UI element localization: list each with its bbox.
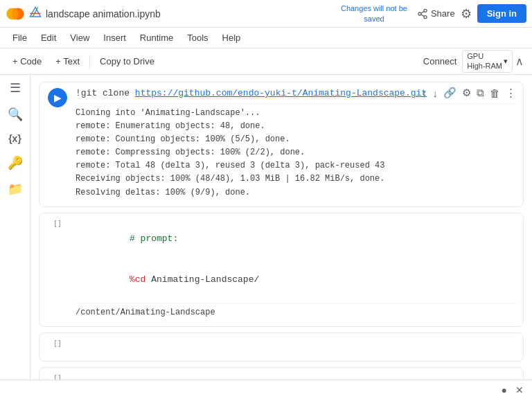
copy-cell-icon[interactable]: ⧉ — [475, 85, 486, 100]
svg-point-2 — [12, 8, 19, 19]
notebook-title: landscape animation.ipynb — [46, 8, 161, 19]
toolbar-divider — [89, 55, 90, 69]
add-code-button[interactable]: + Code — [6, 53, 48, 69]
settings-icon[interactable]: ⚙ — [461, 6, 472, 21]
menu-tools[interactable]: Tools — [180, 30, 215, 46]
top-bar: landscape animation.ipynb Changes will n… — [0, 0, 532, 28]
sidebar-secrets-icon[interactable]: 🔑 — [8, 155, 23, 170]
sidebar-files-icon[interactable]: 📁 — [8, 181, 23, 197]
cell-counter-3: [ ] — [54, 339, 60, 347]
notebook-area: ▶ !git clone https://github.com/endo-yuk… — [30, 75, 532, 380]
add-text-button[interactable]: + Text — [48, 53, 87, 69]
gpu-dropdown-icon: ▾ — [504, 57, 508, 66]
top-right-actions: Share ⚙ Sign in — [417, 4, 526, 23]
code-cell-2: [ ] # prompt: %cd Animating-Landscape/ /… — [39, 213, 524, 327]
cell-counter-2: [ ] — [54, 219, 60, 227]
run-button-1[interactable]: ▶ — [48, 88, 67, 107]
share-label: Share — [431, 8, 455, 19]
share-button[interactable]: Share — [417, 8, 455, 19]
cell-content-2: # prompt: %cd Animating-Landscape/ /cont… — [76, 213, 523, 326]
cell-gutter-3: [ ] — [39, 333, 76, 353]
sidebar-menu-icon[interactable]: ☰ — [10, 80, 21, 96]
empty-cell-body-3 — [76, 337, 517, 357]
gpu-badge[interactable]: GPU High-RAM ▾ — [462, 50, 513, 72]
notebook-toolbar: + Code + Text Copy to Drive Connect GPU … — [0, 48, 532, 75]
cell-code-2b: %cd Animating-Landscape/ — [76, 259, 517, 300]
bottom-bar: ● ✕ — [0, 380, 532, 399]
menu-bar: File Edit View Insert Runtime Tools Help — [0, 28, 532, 48]
more-options-icon[interactable]: ⋮ — [504, 85, 517, 100]
delete-cell-icon[interactable]: 🗑 — [488, 86, 502, 100]
svg-line-4 — [33, 7, 38, 17]
drive-icon — [29, 6, 42, 21]
cell-content-4 — [76, 368, 523, 380]
svg-point-7 — [418, 12, 421, 15]
cell-code-2: # prompt: — [76, 219, 517, 260]
main-container: ☰ 🔍 {x} 🔑 📁 ▶ !git clone https://github.… — [0, 75, 532, 380]
menu-runtime[interactable]: Runtime — [133, 30, 180, 46]
cell-content-1: !git clone https://github.com/endo-yuki-… — [76, 82, 523, 206]
cell-counter-4: [ ] — [54, 373, 60, 380]
code-cell-4: [ ] — [39, 367, 524, 380]
collapse-button[interactable]: ∧ — [513, 55, 526, 68]
sign-in-button[interactable]: Sign in — [477, 4, 526, 23]
colab-logo-icon — [6, 4, 25, 24]
cell-settings-icon[interactable]: ⚙ — [461, 85, 472, 100]
sidebar-search-icon[interactable]: 🔍 — [8, 107, 23, 122]
svg-point-6 — [424, 9, 427, 12]
sidebar-variables-icon[interactable]: {x} — [8, 133, 21, 144]
cell-content-3 — [76, 333, 523, 361]
menu-file[interactable]: File — [6, 30, 34, 46]
cell-output-1: Cloning into 'Animating-Landscape'... re… — [76, 103, 517, 202]
gpu-label: GPU High-RAM — [467, 52, 502, 70]
git-clone-link[interactable]: https://github.com/endo-yuki-t/Animating… — [135, 88, 427, 98]
bottom-close-icon[interactable]: ✕ — [515, 384, 524, 396]
code-comment: # prompt: — [130, 233, 178, 244]
svg-line-10 — [421, 11, 425, 13]
cell-output-2: /content/Animating-Landscape — [76, 303, 517, 322]
menu-insert[interactable]: Insert — [96, 30, 133, 46]
bottom-circle-icon[interactable]: ● — [502, 384, 507, 396]
menu-help[interactable]: Help — [215, 30, 248, 46]
cell-gutter-2: [ ] — [39, 213, 76, 233]
code-cell-3: [ ] — [39, 332, 524, 362]
move-up-icon[interactable]: ↑ — [420, 86, 429, 100]
left-sidebar: ☰ 🔍 {x} 🔑 📁 — [0, 75, 30, 380]
svg-line-9 — [421, 15, 425, 17]
changes-note: Changes will not be saved — [341, 3, 407, 24]
copy-to-drive-button[interactable]: Copy to Drive — [93, 53, 161, 69]
code-cell-1: ▶ !git clone https://github.com/endo-yuk… — [39, 82, 524, 207]
connect-button[interactable]: Connect — [418, 53, 462, 69]
cell-gutter-4: [ ] — [39, 368, 76, 380]
cell-gutter-1: ▶ — [39, 82, 76, 113]
menu-edit[interactable]: Edit — [34, 30, 63, 46]
empty-cell-body-4 — [76, 372, 517, 380]
menu-view[interactable]: View — [63, 30, 96, 46]
move-down-icon[interactable]: ↓ — [432, 86, 440, 100]
svg-point-8 — [424, 15, 427, 18]
link-icon[interactable]: 🔗 — [442, 85, 458, 100]
code-magic: %cd — [130, 274, 145, 285]
cell-toolbar-1: ↑ ↓ 🔗 ⚙ ⧉ 🗑 ⋮ — [420, 85, 517, 100]
